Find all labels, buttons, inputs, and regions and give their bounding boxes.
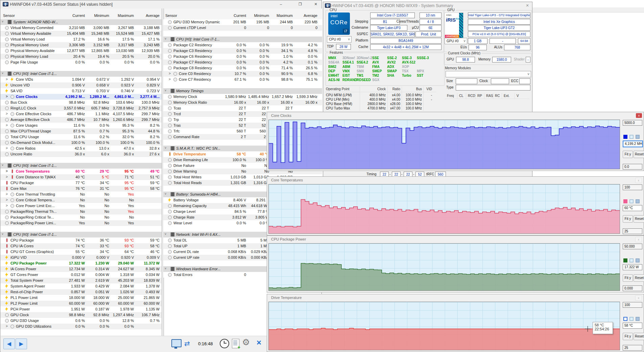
fit-y-button[interactable]: Fit y [623,333,633,340]
clock-icon[interactable] [220,339,229,348]
sensor-row[interactable]: >Core C7 Residency67.1 %0.0 %98.8 %75.1 … [163,77,322,82]
sensor-row[interactable]: Package C6 Residency0.0 %0.0 %1.0 %0.0 % [163,54,322,59]
sensor-row[interactable]: Average Effective Clock486.7 MHz10.7 MHz… [0,117,162,123]
expand-chevron-icon[interactable]: > [6,169,8,173]
color-swatch[interactable] [629,258,634,262]
sensor-row[interactable]: Package/Ring Power Limi...YesNoYes [0,220,162,226]
sensor-group-row[interactable]: ˅CPU [#0]: Intel Core i7-1... [163,36,322,42]
expand-chevron-icon[interactable]: > [6,77,8,81]
move-down-button[interactable]: ▶ [16,338,27,349]
sensor-row[interactable]: >Core Usages11.6 %0.0 %95.3 %8.2 % [0,123,162,128]
expand-chevron-icon[interactable]: > [6,175,8,179]
column-header-maximum[interactable]: Maximum [111,14,134,18]
logging-icon[interactable] [232,339,239,348]
sensor-row[interactable]: iGPU VID0.000 V0.000 V0.920 V0.009 V [0,255,162,260]
panel1-header[interactable]: Sensor Current Minimum Maximum Average [0,8,162,20]
sensor-row[interactable]: >Core Effective Clocks486.7 MHz1.1 MHz4,… [0,111,162,117]
current-value-field[interactable]: 4,199.2 MH [623,141,643,147]
sensor-row[interactable]: Package C3 Residency0.0 %0.0 %34.1 %4.8 … [163,48,322,54]
sensor-row[interactable]: PL2 Power Limit60.000 W60.000 W60.000 W6… [0,301,162,306]
sensor-row[interactable]: Package/Ring Critical Te...NoNoNo [0,215,162,220]
collapse-chevron-icon[interactable]: ˅ [2,72,3,75]
collapse-chevron-icon[interactable]: ˅ [165,192,166,196]
sensor-row[interactable]: Virtual Memory Commited3,210 MB3,090 MB3… [0,25,162,31]
sensor-row[interactable]: GPU Clock98.8 MHz92.8 MHz1,297.4 MHz106.… [0,312,162,318]
sensor-row[interactable]: Uncore VID0.906 V0.658 V0.923 V0.829 V [0,82,162,88]
sensor-row[interactable]: CPU Package Power17.322 W1.230 W29.040 W… [0,260,162,266]
graph-plot-area[interactable] [268,120,620,169]
sensor-row[interactable]: PL1 Power Limit18.000 W18.000 W25.000 W2… [0,295,162,301]
collapse-chevron-icon[interactable]: ˅ [2,232,3,236]
sensor-row[interactable]: Ring/LLC Clock3,557.0 MHz605.7 MHz3,728.… [0,105,162,111]
column-header-average[interactable]: Average [294,14,317,18]
sensor-group-row[interactable]: ˅System: HONOR NBD-W... [0,19,162,25]
close-sensors-icon[interactable]: ✕ [256,339,262,347]
settings-gear-icon[interactable]: ⚙ [242,337,250,348]
graph-plot-area[interactable] [268,243,620,291]
close-icon[interactable]: x [635,295,642,301]
collapse-chevron-icon[interactable]: ˅ [2,164,3,167]
column-header-current[interactable]: Current [223,14,246,18]
sensor-row[interactable]: Memory Clock Ratio16.00 x16.00 x16.00 x1… [163,100,322,105]
sensor-row[interactable]: SA VID0.713 V0.703 V0.746 V0.723 V [0,88,162,94]
expand-chevron-icon[interactable]: > [6,146,8,150]
sensor-group-row[interactable]: ˅CPU [#0]: Intel Core i7-1... [0,71,162,77]
sensor-row[interactable]: >Core Clocks4,199.2 M...1,289.2 M...4,86… [0,94,162,100]
sensor-row[interactable]: Total CPU Usage11.6 %0.2 %32.0 %8.2 % [0,134,162,140]
color-swatch[interactable] [623,135,627,139]
expand-chevron-icon[interactable]: > [6,95,8,98]
expand-chevron-icon[interactable]: > [6,204,8,207]
reset-button[interactable]: Reset [634,151,644,158]
sensor-row[interactable]: >Core Distance to TjMAX40 °C5 °C71 °C51 … [0,174,162,180]
column-header-current[interactable]: Current [62,14,85,18]
sensor-row[interactable]: Virtual Memory Available15,404 MB15,348 … [0,31,162,36]
collapse-chevron-icon[interactable]: ˅ [165,232,166,236]
sensor-row[interactable]: >Core Ratios42.5 x13.0 x47.0 x32.8 x [0,146,162,151]
sensor-row[interactable]: Current cTDP Level0000 [163,25,322,31]
color-swatch[interactable] [636,317,640,321]
scale-max-field[interactable]: 5000.0 [623,120,642,126]
sensor-row[interactable]: Core Max76 °C31 °C95 °C58 °C [0,186,162,192]
sensor-group-row[interactable]: ˅Memory Timings [163,88,322,94]
sync-icon[interactable]: ⇄ [184,340,190,348]
graph-plot-area[interactable] [268,302,620,350]
reset-button[interactable]: Reset [634,215,644,223]
graph-plot-area[interactable] [268,184,620,234]
sensor-row[interactable]: GT Cores Power0.012 W0.004 W1.318 W0.034… [0,272,162,278]
fit-y-button[interactable]: Fit y [623,151,633,158]
sensor-row[interactable]: CPU Package77 °C34 °C95 °C59 °C [0,180,162,186]
sensor-row[interactable]: Package C8 Residency0.0 %0.0 %71.4 %26.5… [163,65,322,71]
current-value-field[interactable]: 60 °C [623,205,642,211]
close-icon[interactable]: x [635,237,642,242]
gpu-selector-dropdown[interactable]: GPU #0 [445,38,467,44]
sensor-row[interactable]: Tcas22 T22 T22 T [163,105,322,111]
color-swatch[interactable] [636,135,640,139]
sensor-row[interactable]: GPU D3D Usage0.6 %0.0 %12.8 %0.7 % [0,318,162,324]
reset-button[interactable]: Reset [634,333,644,340]
expand-chevron-icon[interactable]: > [169,72,171,75]
maximize-button[interactable]: ❐ [295,1,305,7]
close-button[interactable]: ✕ [311,1,321,7]
current-value-field[interactable]: 58 °C [623,323,642,329]
sensor-row[interactable]: >Core Power Limit Exc...YesNoYes [0,203,162,209]
sensor-group-row[interactable]: ˅CPU [#0]: Intel Core i7-1... [0,163,162,169]
collapse-chevron-icon[interactable]: ˅ [165,146,166,150]
sensor-row[interactable]: Page File Usage0.0 %0.0 %0.0 %0.0 % [0,59,162,65]
scale-max-field[interactable]: 100 [623,184,642,190]
scale-max-field[interactable]: 50.000 [623,244,642,249]
expand-chevron-icon[interactable]: > [6,324,8,328]
sensor-row[interactable]: >Core C0 Residency10.7 %0.0 %90.9 %6.8 % [163,71,322,77]
sensor-row[interactable]: GPU D3D Memory Dynamic201 MB195 MB244 MB… [163,19,322,25]
column-header-average[interactable]: Average [136,14,160,18]
collapse-chevron-icon[interactable]: ˅ [165,37,166,41]
sensor-title-bar[interactable]: HWiNFO64 v7.03-4435 Sensor Status [44 va… [0,0,321,9]
sensor-row[interactable]: Max CPU/Thread Usage87.5 %0.7 %95.3 %44.… [0,128,162,134]
sensor-row[interactable]: >Core Thermal ThrottlingNoNoYes [0,192,162,197]
column-header-minimum[interactable]: Minimum [87,14,109,18]
color-swatch[interactable] [623,199,627,203]
expand-chevron-icon[interactable]: > [6,112,8,116]
column-header-sensor[interactable]: Sensor [3,14,15,18]
sensor-group-row[interactable]: ˅CPU [#0]: Intel Core i7-1... [0,232,162,237]
sensor-row[interactable]: Rest-of-Chip Power0.857 W0.051 W1.026 W0… [0,289,162,295]
collapse-chevron-icon[interactable]: ˅ [165,89,166,92]
